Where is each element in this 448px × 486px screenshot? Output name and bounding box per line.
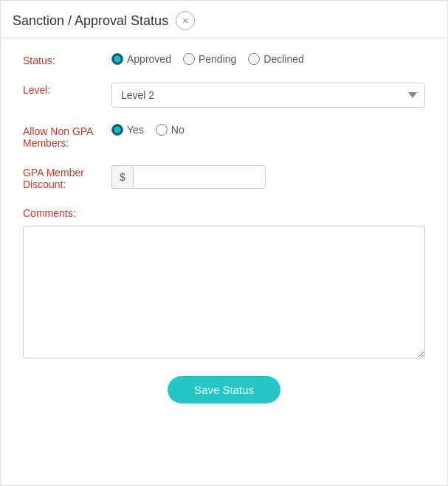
status-approved-radio[interactable] (111, 53, 123, 65)
discount-control: $ (111, 165, 425, 189)
level-label: Level: (23, 83, 111, 96)
form-body: Status: Approved Pending Declined (1, 38, 447, 411)
allow-non-gpa-control: Yes No (111, 124, 425, 136)
discount-wrapper: $ (111, 165, 425, 189)
allow-non-gpa-radio-group: Yes No (111, 124, 425, 136)
modal-title: Sanction / Approval Status (13, 13, 168, 29)
status-pending-label: Pending (199, 53, 236, 65)
status-pending-radio[interactable] (183, 53, 195, 65)
discount-row: GPA Member Discount: $ (23, 165, 425, 190)
status-pending-option[interactable]: Pending (183, 53, 236, 65)
modal-container: Sanction / Approval Status × Status: App… (0, 0, 448, 486)
level-row: Level: Level 1 Level 2 Level 3 Level 4 (23, 83, 425, 108)
discount-label: GPA Member Discount: (23, 165, 111, 190)
allow-non-gpa-row: Allow Non GPA Members: Yes No (23, 124, 425, 149)
close-button[interactable]: × (176, 11, 195, 30)
allow-no-label: No (171, 124, 185, 136)
status-radio-group: Approved Pending Declined (111, 53, 425, 65)
modal-header: Sanction / Approval Status × (1, 1, 447, 38)
allow-yes-label: Yes (127, 124, 144, 136)
comments-label-row: Comments: (23, 206, 425, 220)
allow-no-option[interactable]: No (156, 124, 185, 136)
level-control: Level 1 Level 2 Level 3 Level 4 (111, 83, 425, 108)
allow-no-radio[interactable] (156, 124, 168, 136)
status-control: Approved Pending Declined (111, 53, 425, 65)
status-approved-option[interactable]: Approved (111, 53, 171, 65)
discount-input[interactable] (133, 165, 266, 189)
comments-label: Comments: (23, 207, 76, 219)
level-select[interactable]: Level 1 Level 2 Level 3 Level 4 (111, 83, 425, 108)
allow-yes-option[interactable]: Yes (111, 124, 144, 136)
status-row: Status: Approved Pending Declined (23, 53, 425, 66)
allow-non-gpa-label: Allow Non GPA Members: (23, 124, 111, 149)
save-status-button[interactable]: Save Status (168, 376, 280, 403)
close-icon: × (182, 15, 188, 27)
status-declined-label: Declined (263, 53, 303, 65)
allow-yes-radio[interactable] (111, 124, 123, 136)
status-declined-radio[interactable] (248, 53, 260, 65)
status-declined-option[interactable]: Declined (248, 53, 303, 65)
comments-textarea[interactable] (23, 226, 425, 358)
dollar-sign: $ (111, 165, 133, 189)
status-approved-label: Approved (127, 53, 171, 65)
status-label: Status: (23, 53, 111, 66)
